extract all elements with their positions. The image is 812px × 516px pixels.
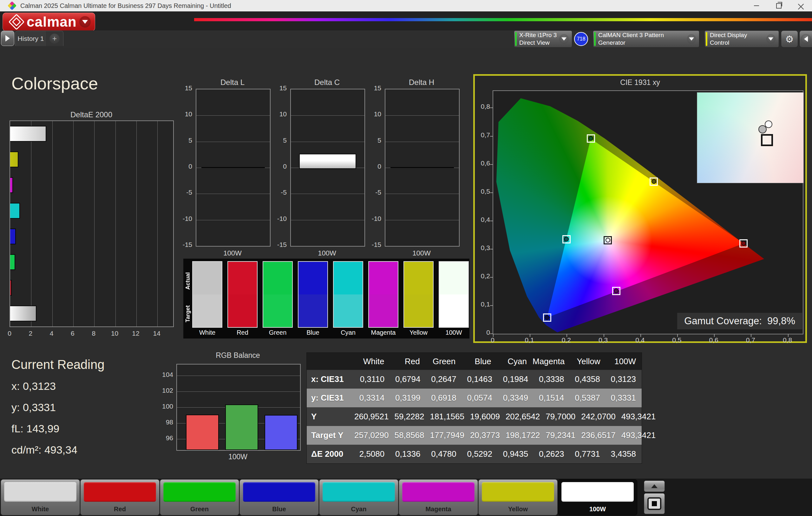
- rgb-plot-area: [176, 364, 301, 451]
- table-cell: 0,3314: [354, 393, 390, 403]
- cie-point-white: [604, 236, 612, 244]
- patch-swatch-green: [263, 261, 293, 328]
- scroll-up-button[interactable]: [644, 481, 665, 492]
- calman-app-icon: [8, 1, 17, 10]
- colorspace-data-table: WhiteRedGreenBlueCyanMagentaYellow100Wx:…: [307, 353, 642, 464]
- patch-swatch-cyan: [333, 261, 363, 328]
- target-row-label: Target: [184, 297, 192, 330]
- table-cell: 19,6009: [470, 412, 505, 422]
- patch-label: Blue: [295, 329, 330, 336]
- minimize-button[interactable]: [745, 0, 767, 11]
- row-label: ΔE 2000: [307, 449, 354, 459]
- delta-h-plot-area: [385, 89, 460, 247]
- collapse-panel-button[interactable]: [799, 30, 812, 48]
- brand-label: calman: [27, 14, 77, 30]
- table-cell: 0,3110: [354, 374, 390, 384]
- pattern-button-label: Yellow: [478, 506, 557, 513]
- table-cell: 0,6794: [390, 374, 426, 384]
- gamut-coverage-readout: Gamut Coverage: 99,8%: [677, 313, 802, 329]
- gridline: [385, 194, 459, 194]
- table-cell: 0,7731: [570, 449, 606, 459]
- axis-tick: [490, 221, 493, 221]
- table-cell: 0,1463: [462, 374, 498, 384]
- pattern-color-patch: [561, 482, 634, 502]
- axis-tick: [490, 192, 493, 193]
- axis-tick-label: 0,4: [476, 216, 490, 223]
- pattern-button-yellow[interactable]: Yellow: [478, 479, 558, 515]
- axis-tick-label: -10: [270, 215, 287, 222]
- restore-icon: [776, 3, 782, 8]
- axis-tick-label: 12: [126, 330, 145, 337]
- settings-button[interactable]: ⚙: [781, 30, 798, 48]
- pattern-button-magenta[interactable]: Magenta: [399, 479, 478, 515]
- source-label: CalMAN Client 3 Pattern Generator: [598, 31, 687, 47]
- axis-tick-label: 2: [21, 330, 40, 337]
- pattern-button-bar: WhiteRedGreenBlueCyanMagentaYellow100W ■…: [0, 479, 812, 516]
- tab-history-1[interactable]: History 1: [15, 31, 46, 46]
- table-header-row: WhiteRedGreenBlueCyanMagentaYellow100W: [307, 353, 642, 370]
- axis-tick-label: 98: [157, 418, 173, 426]
- play-right-icon: [5, 35, 10, 41]
- axis-tick-label: 14: [147, 330, 166, 337]
- patch-label: White: [190, 329, 225, 336]
- pattern-window-button[interactable]: [644, 493, 665, 514]
- table-row: Target Y257,029058,8568177,794920,377319…: [307, 426, 642, 445]
- table-cell: 79,7000: [546, 412, 581, 422]
- pattern-generator-dropdown[interactable]: CalMAN Client 3 Pattern Generator: [593, 30, 699, 48]
- close-button[interactable]: [790, 0, 812, 11]
- add-tab-button[interactable]: +: [46, 31, 63, 46]
- axis-tick-label: -15: [175, 241, 192, 248]
- target-color: [263, 295, 292, 327]
- axis-tick-label: 4: [42, 330, 61, 337]
- table-cell: 236,6517: [581, 430, 621, 440]
- reading-value: x: 0,3123: [11, 380, 105, 392]
- actual-target-swatch-panel: Actual Target WhiteRedGreenBlueCyanMagen…: [183, 259, 469, 338]
- axis-tick-label: 8: [84, 330, 103, 337]
- table-cell: 79,2341: [546, 430, 581, 440]
- table-cell: 181,1565: [430, 412, 470, 422]
- pattern-button-label: 100W: [558, 506, 637, 513]
- measured-dot: [741, 241, 746, 246]
- axis-tick-label: -5: [364, 189, 381, 196]
- display-control-dropdown[interactable]: Direct Display Control: [704, 30, 779, 48]
- pattern-button-red[interactable]: Red: [80, 479, 160, 515]
- table-cell: 257,0290: [354, 430, 394, 440]
- pattern-button-label: White: [1, 506, 80, 513]
- actual-color: [334, 262, 362, 295]
- pattern-button-100w[interactable]: 100W: [558, 479, 637, 515]
- axis-tick-label: 15: [175, 84, 192, 92]
- gridline: [291, 220, 365, 220]
- table-cell: 0,2647: [426, 374, 462, 384]
- pattern-button-blue[interactable]: Blue: [239, 479, 319, 515]
- actual-color: [263, 262, 292, 295]
- pattern-button-green[interactable]: Green: [160, 479, 239, 515]
- meter-dropdown[interactable]: X-Rite i1Pro 3 Direct View: [514, 30, 572, 48]
- pattern-button-cyan[interactable]: Cyan: [319, 479, 398, 515]
- pattern-button-white[interactable]: White: [1, 479, 80, 515]
- delta-c-chart: Delta C 100W 151050-5-10-15: [270, 78, 368, 259]
- sidebar-expander-button[interactable]: [1, 31, 14, 46]
- gridline: [385, 142, 459, 142]
- calman-menu-button[interactable]: calman: [3, 13, 95, 31]
- actual-color: [369, 262, 398, 295]
- patch-label: Green: [260, 329, 295, 336]
- axis-tick-label: 0,2: [476, 272, 490, 280]
- gridline: [196, 142, 270, 142]
- meter-status-indicator: [515, 32, 517, 46]
- deltae-plot-area: [9, 120, 174, 327]
- axis-tick-label: 5: [270, 136, 287, 144]
- page-title: Colorspace: [11, 73, 98, 93]
- row-label: Y: [307, 412, 354, 422]
- axis-tick-label: 0: [175, 162, 192, 170]
- table-cell: 260,9521: [354, 412, 394, 422]
- chevron-down-icon[interactable]: [79, 16, 91, 28]
- close-icon: [798, 3, 804, 8]
- meter-count-badge[interactable]: 718: [574, 32, 588, 46]
- restore-button[interactable]: [767, 0, 790, 11]
- patch-label: Cyan: [330, 329, 366, 336]
- deltae-bar-red: [10, 280, 12, 296]
- source-status-indicator: [594, 32, 596, 46]
- axis-tick-label: 0,6: [704, 336, 723, 344]
- pattern-color-patch: [84, 482, 156, 502]
- axis-tick-label: -15: [270, 241, 287, 248]
